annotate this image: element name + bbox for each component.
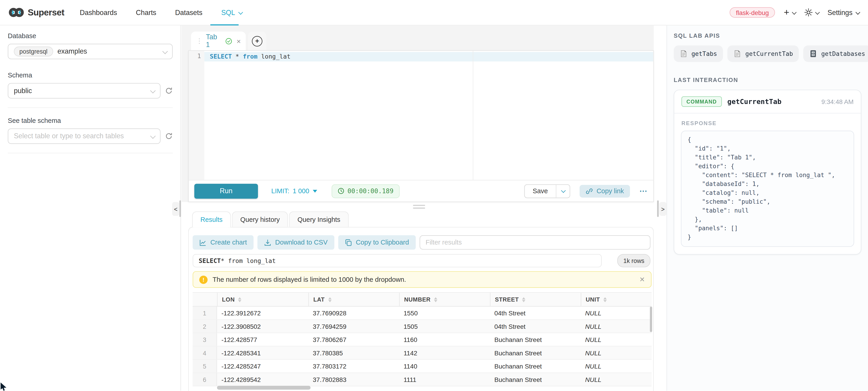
theme-toggle-button[interactable] [804,8,818,17]
sort-icon[interactable] [238,297,241,302]
table-cell: Buchanan Street [490,360,581,372]
database-select[interactable]: postgresql examples [8,44,173,59]
save-dropdown-caret[interactable] [556,185,569,197]
print-margin-line [473,51,473,180]
table-cell: 37.7802883 [308,373,399,386]
table-select[interactable]: Select table or type to search tables [8,129,161,144]
column-header-lat[interactable]: LAT [308,293,399,306]
pane-resize-handle[interactable] [413,204,425,209]
table-cell: 04th Street [490,306,581,319]
sort-icon[interactable] [328,297,331,302]
table-cell: NULL [581,360,652,372]
close-tab-icon[interactable]: × [237,37,241,45]
row-count-badge: 1k rows [617,254,650,267]
collapse-sidebar-button[interactable]: < [172,202,179,216]
horizontal-scrollbar-thumb[interactable] [217,386,311,390]
limit-dropdown[interactable]: LIMIT: 1 000 [271,187,317,195]
sql-editor-card: 1 SELECT * from long_lat Run LIMIT: 1 00… [188,51,654,202]
nav-item-charts[interactable]: Charts [136,9,156,17]
schema-label: Schema [8,71,173,79]
add-new-button[interactable]: + [784,8,795,17]
superset-logo[interactable]: Superset [9,7,64,18]
table-cell: NULL [581,347,652,359]
copy-clipboard-button[interactable]: Copy to Clipboard [338,235,415,250]
api-panel-title: SQL LAB APIS [674,32,861,39]
sql-editor[interactable]: 1 SELECT * from long_lat [189,51,653,180]
tab-results[interactable]: Results [192,211,231,228]
collapse-rightpanel-button[interactable]: > [659,202,666,216]
table-cell: 1505 [399,320,490,333]
environment-badge: flask-debug [730,7,775,18]
column-header-unit[interactable]: UNIT [581,293,652,306]
chevron-down-icon [856,10,860,14]
document-icon [680,50,687,58]
close-warning-icon[interactable]: ✕ [639,275,645,283]
download-csv-button[interactable]: Download to CSV [257,235,334,250]
chevron-down-icon [162,48,168,54]
command-badge: COMMAND [682,96,722,107]
database-value: examples [58,48,87,56]
nav-item-dashboards[interactable]: Dashboards [80,9,117,17]
table-schema-label: See table schema [8,117,173,124]
tab-query-insights[interactable]: Query Insights [289,211,349,227]
nav-item-datasets[interactable]: Datasets [175,9,203,17]
line-number: 1 [189,53,201,60]
editor-tab-title[interactable]: Tab 1 [206,33,222,48]
table-row: 6-122.428954237.78028831111Buchanan Stre… [193,373,652,387]
row-number-cell: 3 [193,333,217,346]
query-keyword: SELECT [199,257,221,264]
vertical-scrollbar-thumb[interactable] [650,306,652,332]
table-cell: 37.7690928 [308,306,399,319]
nav-menu: DashboardsChartsDatasetsSQL [80,0,242,25]
sun-icon [804,8,813,17]
filter-results-input[interactable] [420,235,650,250]
document-icon [734,50,742,58]
column-header-number[interactable]: NUMBER [399,293,490,306]
api-button-getdatabases[interactable]: getDatabases [804,45,868,62]
table-cell: Buchanan Street [490,347,581,359]
settings-menu[interactable]: Settings [828,9,859,17]
sidebar-divider [8,153,173,153]
more-actions-button[interactable]: ⋯ [639,187,648,195]
table-cell: 1140 [399,360,490,372]
sqllab-left-sidebar: Database postgresql examples Schema publ… [0,26,181,391]
create-chart-label: Create chart [210,239,247,247]
api-button-getcurrenttab[interactable]: getCurrentTab [727,45,799,62]
new-tab-button[interactable]: + [248,32,266,51]
editor-tab[interactable]: ⋮ Tab 1 × [191,32,246,51]
table-cell: -122.3908502 [217,320,308,333]
column-header-lon[interactable]: LON [217,293,308,306]
tab-query-history[interactable]: Query history [232,211,288,227]
run-button[interactable]: Run [194,184,258,198]
link-icon [586,187,593,195]
command-name: getCurrentTab [727,97,781,106]
sort-icon[interactable] [434,297,437,302]
sidebar-resize-bar[interactable] [179,200,181,217]
rightpanel-resize-bar[interactable] [657,200,659,217]
row-number-cell: 4 [193,347,217,359]
caret-down-icon [312,190,317,192]
sort-icon[interactable] [603,297,607,302]
chevron-down-icon [238,10,243,14]
editor-gutter: 1 [189,51,204,180]
results-toolbar: Create chart Download to CSV Copy to Cli… [193,235,650,250]
table-cell: 1142 [399,347,490,359]
table-cell: -122.3912672 [217,306,308,319]
limit-label: LIMIT: [271,187,289,195]
save-button[interactable]: Save [525,185,556,197]
copy-link-button[interactable]: Copy link [579,185,630,197]
nav-item-sql[interactable]: SQL [221,9,242,17]
query-success-check-icon [225,37,232,45]
table-cell: Buchanan Street [490,333,581,346]
refresh-schema-icon[interactable] [165,87,173,95]
refresh-tables-icon[interactable] [165,132,173,140]
api-button-gettabs[interactable]: getTabs [674,45,723,62]
column-header-street[interactable]: STREET [490,293,581,306]
table-cell: -122.428577 [217,333,308,346]
table-row: 5-122.428524737.78031721140Buchanan Stre… [193,360,652,373]
create-chart-button[interactable]: Create chart [193,235,253,250]
save-split-button[interactable]: Save [524,184,570,198]
schema-select[interactable]: public [8,83,161,99]
drag-grip-icon[interactable]: ⋮ [196,38,203,44]
sort-icon[interactable] [522,297,526,302]
